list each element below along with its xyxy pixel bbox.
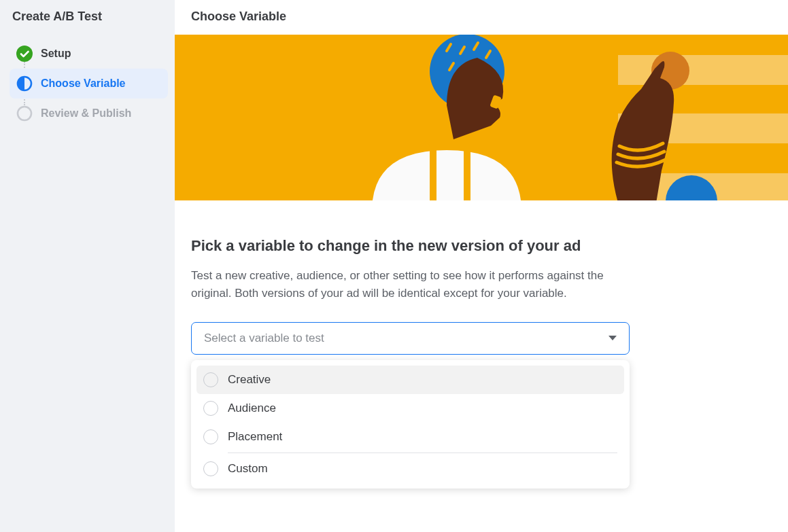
select-placeholder: Select a variable to test [204, 332, 324, 345]
option-label: Audience [228, 402, 276, 415]
step-review-publish[interactable]: Review & Publish [10, 99, 168, 128]
option-label: Placement [228, 430, 282, 444]
sidebar-title: Create A/B Test [10, 10, 168, 24]
main-panel: Choose Variable [175, 0, 788, 532]
section-description: Test a new creative, audience, or other … [191, 267, 633, 303]
step-choose-variable[interactable]: Choose Variable [10, 69, 168, 99]
option-label: Creative [228, 373, 271, 387]
svg-rect-8 [430, 150, 436, 200]
section-title: Pick a variable to change in the new ver… [191, 237, 772, 255]
radio-icon [203, 372, 218, 387]
option-custom[interactable]: Custom [196, 455, 624, 483]
variable-dropdown: Creative Audience Placement Custom [191, 360, 630, 489]
svg-rect-9 [464, 150, 470, 200]
step-list: Setup Choose Variable Review & Publish [10, 39, 168, 128]
option-audience[interactable]: Audience [196, 394, 624, 423]
step-setup[interactable]: Setup [10, 39, 168, 69]
half-circle-icon [16, 75, 33, 92]
dropdown-separator [228, 453, 617, 453]
svg-point-2 [18, 107, 31, 120]
svg-point-0 [16, 46, 33, 62]
option-creative[interactable]: Creative [196, 366, 624, 394]
radio-icon [203, 461, 218, 476]
hero-illustration [175, 35, 788, 200]
option-label: Custom [228, 462, 268, 476]
step-label: Choose Variable [41, 77, 126, 90]
empty-circle-icon [16, 105, 33, 122]
caret-down-icon [609, 336, 617, 340]
step-label: Setup [41, 48, 71, 60]
check-circle-icon [16, 46, 33, 62]
option-placement[interactable]: Placement [196, 423, 624, 451]
radio-icon [203, 401, 218, 416]
page-title: Choose Variable [175, 0, 788, 35]
sidebar: Create A/B Test Setup Choose Variable [0, 0, 175, 532]
step-label: Review & Publish [41, 107, 131, 120]
content-area: Pick a variable to change in the new ver… [175, 200, 788, 489]
variable-select[interactable]: Select a variable to test [191, 322, 630, 355]
radio-icon [203, 429, 218, 444]
